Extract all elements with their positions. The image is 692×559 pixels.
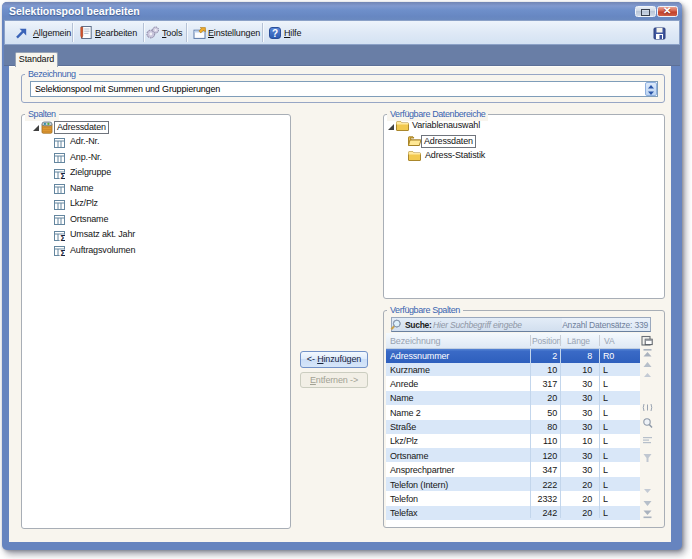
svg-text:Σ: Σ: [60, 248, 65, 256]
svg-text:Σ: Σ: [60, 233, 65, 241]
svg-text:Σ: Σ: [60, 171, 65, 179]
